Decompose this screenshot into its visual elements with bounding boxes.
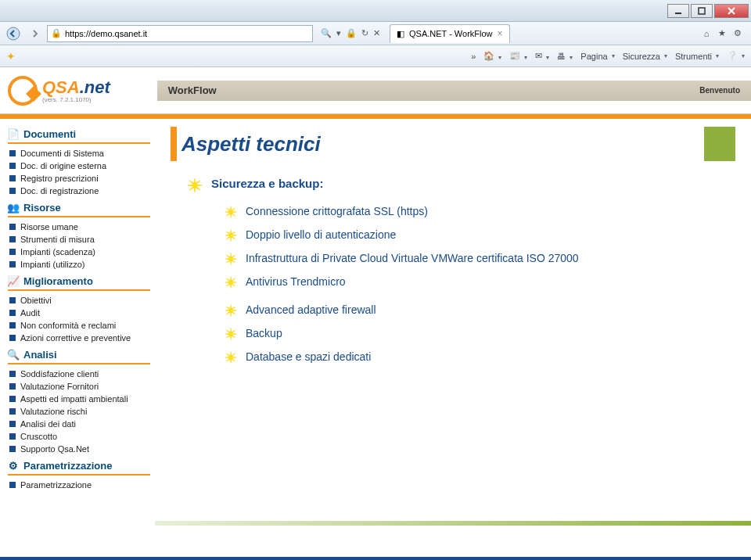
sidebar-item[interactable]: Analisi dei dati: [8, 418, 150, 430]
url-input[interactable]: [65, 29, 309, 38]
welcome-label: Benvenuto: [699, 86, 740, 95]
sidebar-item[interactable]: Risorse umane: [8, 221, 150, 233]
decorative-strip: [155, 521, 751, 526]
sidebar-item-label: Strumenti di misura: [20, 235, 95, 244]
sidebar-item[interactable]: Supporto Qsa.Net: [8, 443, 150, 455]
sidebar-item-label: Non conformità e reclami: [20, 321, 116, 330]
sidebar-item[interactable]: Documenti di Sistema: [8, 147, 150, 160]
close-button[interactable]: [714, 4, 749, 18]
burst-icon: [224, 275, 238, 289]
bullet-icon: [9, 322, 16, 328]
tools-menu[interactable]: Strumenti: [675, 52, 719, 61]
burst-icon: [224, 228, 238, 242]
security-menu[interactable]: Sicurezza: [623, 52, 667, 61]
window-titlebar: [0, 0, 751, 22]
tools-icon[interactable]: ⚙: [732, 28, 743, 39]
bullet-icon: [9, 249, 16, 255]
sidebar-item-label: Impianti (utilizzo): [20, 260, 85, 269]
sidebar-item[interactable]: Audit: [8, 307, 150, 319]
sidebar-item[interactable]: Cruscotto: [8, 430, 150, 443]
people-icon: 👥: [8, 203, 19, 214]
sidebar-category[interactable]: 📈Miglioramento: [8, 275, 150, 287]
bullet-icon: [9, 224, 16, 230]
bullet-text: Backup: [246, 327, 282, 339]
sidebar-item[interactable]: Parametrizzazione: [8, 479, 150, 491]
section-title: WorkFlow: [168, 84, 217, 96]
home-icon[interactable]: ⌂: [701, 28, 712, 39]
sidebar: 📄DocumentiDocumenti di SistemaDoc. di or…: [0, 119, 155, 557]
mail-menu[interactable]: ✉: [535, 51, 549, 61]
home-menu[interactable]: 🏠: [483, 51, 501, 61]
minimize-button[interactable]: [667, 4, 689, 18]
bullet-text: Advanced adaptive firewall: [246, 303, 376, 316]
sidebar-item-label: Valutazione Fornitori: [20, 382, 99, 391]
sidebar-category[interactable]: 🔍Analisi: [8, 349, 150, 361]
browser-tab[interactable]: ◧ QSA.NET - WorkFlow ×: [390, 24, 510, 43]
sidebar-item[interactable]: Strumenti di misura: [8, 233, 150, 246]
sidebar-item[interactable]: Obiettivi: [8, 294, 150, 307]
app-header: QSA.net (vers. 7.2.1.1070) WorkFlow Benv…: [0, 67, 751, 114]
bullet-item: Backup: [224, 327, 735, 341]
help-menu[interactable]: ❔: [727, 51, 745, 61]
sidebar-category-label: Analisi: [23, 349, 57, 361]
sidebar-item[interactable]: Doc. di registrazione: [8, 185, 150, 197]
print-menu[interactable]: 🖶: [557, 52, 573, 61]
feeds-menu[interactable]: 📰: [509, 51, 527, 61]
sidebar-item[interactable]: Impianti (scadenza): [8, 246, 150, 258]
bullet-icon: [9, 335, 16, 341]
sidebar-item[interactable]: Aspetti ed impatti ambientali: [8, 393, 150, 405]
lock-icon: 🔒: [51, 28, 62, 38]
sidebar-item[interactable]: Valutazione Fornitori: [8, 380, 150, 393]
sidebar-item[interactable]: Impianti (utilizzo): [8, 258, 150, 271]
logo-mark-icon: [8, 76, 38, 106]
bullet-icon: [9, 236, 16, 242]
bullet-item: Antivirus Trendmicro: [224, 275, 735, 289]
sidebar-category-label: Miglioramento: [23, 275, 93, 287]
lock-icon: 🔒: [346, 28, 357, 38]
burst-icon: [224, 252, 238, 266]
burst-icon: [224, 350, 238, 364]
sidebar-category[interactable]: 📄Documenti: [8, 128, 150, 140]
refresh-icon[interactable]: ↻: [361, 28, 368, 38]
bullet-text: Connessione crittografata SSL (https): [246, 205, 428, 217]
sidebar-item-label: Registro prescrizioni: [20, 174, 99, 183]
search-icon[interactable]: 🔍: [321, 28, 332, 38]
bullet-icon: [9, 371, 16, 377]
sidebar-item[interactable]: Valutazione rischi: [8, 405, 150, 418]
maximize-button[interactable]: [691, 4, 713, 18]
svg-point-4: [7, 27, 20, 40]
sidebar-category[interactable]: 👥Risorse: [8, 202, 150, 214]
chevrons-icon: »: [471, 52, 476, 61]
bullet-icon: [9, 421, 16, 427]
bullet-icon: [9, 310, 16, 316]
app-logo: QSA.net (vers. 7.2.1.1070): [8, 76, 110, 106]
sidebar-item[interactable]: Azioni correttive e preventive: [8, 332, 150, 344]
sidebar-item-label: Supporto Qsa.Net: [20, 444, 89, 454]
sidebar-category[interactable]: ⚙Parametrizzazione: [8, 460, 150, 472]
burst-icon: [224, 327, 238, 341]
search-controls: 🔍 ▾ 🔒 ↻ ✕: [321, 28, 380, 38]
forward-button[interactable]: [25, 24, 45, 43]
bullet-icon: [9, 297, 16, 303]
favorites-icon[interactable]: ★: [717, 28, 728, 39]
sidebar-item-label: Cruscotto: [20, 432, 57, 441]
page-menu[interactable]: Pagina: [580, 52, 614, 61]
address-bar[interactable]: 🔒: [47, 25, 313, 42]
bullet-icon: [9, 188, 16, 194]
burst-icon: [224, 205, 238, 219]
sidebar-item[interactable]: Soddisfazione clienti: [8, 368, 150, 380]
sidebar-item-label: Risorse umane: [20, 222, 78, 232]
slide-title-bar: Aspetti tecnici: [171, 127, 735, 161]
sidebar-item[interactable]: Registro prescrizioni: [8, 172, 150, 185]
bullet-text: Doppio livello di autenticazione: [246, 228, 396, 241]
back-button[interactable]: [3, 24, 23, 43]
sidebar-item[interactable]: Doc. di origine esterna: [8, 160, 150, 172]
add-favorite-icon[interactable]: ✦: [6, 50, 16, 63]
tab-close-icon[interactable]: ×: [498, 28, 503, 39]
sidebar-item-label: Aspetti ed impatti ambientali: [20, 394, 128, 404]
sidebar-item[interactable]: Non conformità e reclami: [8, 319, 150, 332]
stop-icon[interactable]: ✕: [373, 28, 380, 38]
sidebar-item-label: Audit: [20, 308, 40, 318]
burst-icon: [224, 303, 238, 318]
sidebar-item-label: Documenti di Sistema: [20, 149, 104, 158]
